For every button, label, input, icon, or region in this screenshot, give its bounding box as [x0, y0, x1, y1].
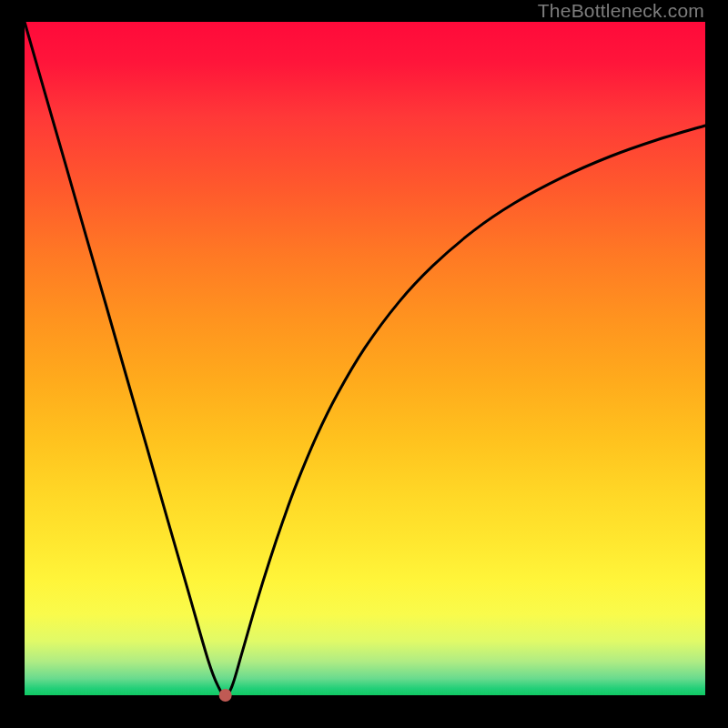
chart-svg [25, 22, 705, 695]
plot-area [25, 22, 705, 695]
curve-line [25, 22, 705, 695]
chart-frame: TheBottleneck.com [0, 0, 728, 728]
curve-marker [219, 689, 232, 702]
watermark-text: TheBottleneck.com [538, 0, 704, 22]
